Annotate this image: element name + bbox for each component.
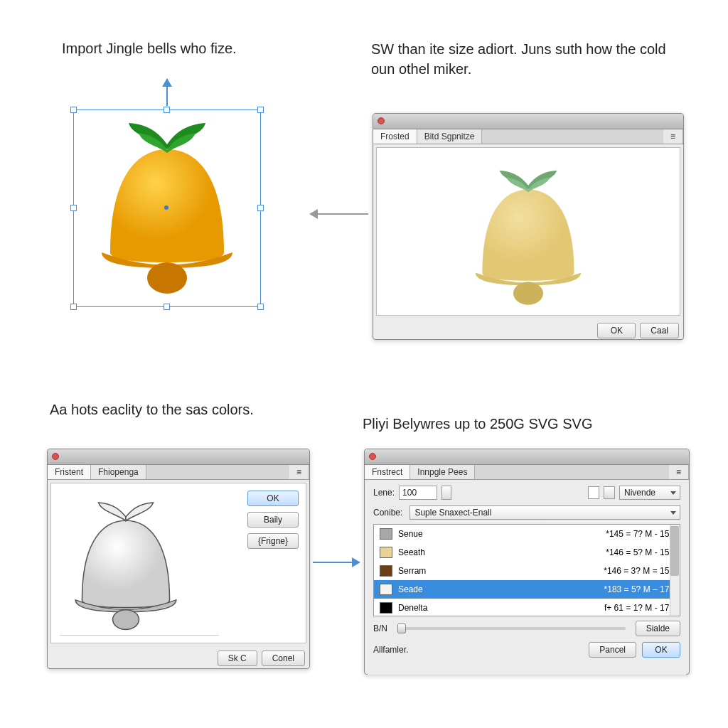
tab-fhiopenga[interactable]: Fhiopenga <box>91 465 146 479</box>
rotate-handle-icon[interactable] <box>166 79 168 106</box>
lene-stepper[interactable] <box>441 486 451 500</box>
sialde-button[interactable]: Sialde <box>636 621 680 636</box>
menu-icon[interactable]: ≡ <box>669 465 689 479</box>
swatch-name: Denelta <box>398 603 599 613</box>
svg-point-2 <box>113 610 139 630</box>
resize-handle-t[interactable] <box>164 107 170 113</box>
selection-center-icon <box>164 205 168 210</box>
lene-label: Lene: <box>373 488 395 498</box>
swatch-name: Seade <box>398 584 599 594</box>
tab-frosted[interactable]: Frosted <box>373 129 417 144</box>
separator <box>60 635 219 636</box>
caption-step3: Aa hots eaclity to the sas colors. <box>50 402 254 418</box>
scrollbar-thumb[interactable] <box>670 526 679 576</box>
close-icon[interactable] <box>378 117 385 124</box>
skc-button[interactable]: Sk C <box>218 651 257 666</box>
close-icon[interactable] <box>369 453 376 460</box>
tab-fristent[interactable]: Fristent <box>48 465 91 479</box>
swatch-icon <box>380 547 392 558</box>
titlebar[interactable] <box>373 114 683 129</box>
slider-knob[interactable] <box>397 623 406 633</box>
tab-innpgle[interactable]: Innpgle Pees <box>410 465 475 479</box>
swatch-value: *145 = 7? M - 152 <box>606 529 674 539</box>
swatch-icon <box>380 602 392 614</box>
flow-arrow-left-icon <box>311 213 368 215</box>
outline-dialog: Fristent Fhiopenga ≡ OK Baily {Frigne} S… <box>47 449 310 669</box>
caption-step2: SW than ite size adiort. Juns suth how t… <box>371 39 670 79</box>
ok-button[interactable]: OK <box>642 642 680 658</box>
resize-handle-b[interactable] <box>164 304 170 310</box>
list-item[interactable]: Seeath*146 = 5? M - 152 <box>374 543 680 562</box>
menu-icon[interactable]: ≡ <box>663 129 683 144</box>
svg-point-1 <box>513 282 543 304</box>
baily-button[interactable]: Baily <box>247 512 299 528</box>
swatch-name: Seeath <box>398 547 600 557</box>
menu-icon[interactable]: ≡ <box>289 465 309 479</box>
swatch-name: Serram <box>398 566 598 576</box>
swatch-icon <box>380 584 392 595</box>
bell-faded-illustration <box>457 158 599 307</box>
swatch-value: *146 = 5? M - 152 <box>606 547 674 557</box>
resize-handle-bl[interactable] <box>70 304 77 310</box>
canvas-selection-box[interactable] <box>73 109 261 307</box>
resize-handle-tr[interactable] <box>257 107 264 113</box>
titlebar[interactable] <box>48 449 309 465</box>
ok-button[interactable]: OK <box>247 491 299 506</box>
allfamler-label: Allfamler. <box>373 645 408 655</box>
scrollbar[interactable] <box>670 525 680 616</box>
swatch-dialog: Fnstrect Innpgle Pees ≡ Lene: 100 Nivend… <box>364 449 690 675</box>
list-item-selected[interactable]: Seade*183 = 5? M – 173 <box>374 580 680 599</box>
swatch-icon <box>380 528 392 540</box>
nivende-dropdown[interactable]: Nivende <box>619 486 680 500</box>
swatch-value: *183 = 5? M – 173 <box>604 584 674 594</box>
list-item[interactable]: Senue*145 = 7? M - 152 <box>374 525 680 543</box>
conibe-dropdown[interactable]: Suple Snaxect-Enall <box>410 505 680 520</box>
close-icon[interactable] <box>52 453 59 460</box>
preview-dialog: Frosted Bitd Sgpnitze ≡ OK Caal <box>373 113 684 340</box>
lene-input[interactable]: 100 <box>399 486 437 500</box>
resize-handle-br[interactable] <box>257 304 264 310</box>
outline-canvas: OK Baily {Frigne} <box>50 483 306 643</box>
pancel-button[interactable]: Pancel <box>589 642 636 658</box>
swatch-icon <box>380 565 392 577</box>
tab-fnstrect[interactable]: Fnstrect <box>365 465 410 479</box>
caption-step4: Pliyi Belywres up to 250G SVG SVG <box>363 416 592 432</box>
cancel-button[interactable]: Caal <box>640 323 679 338</box>
conel-button[interactable]: Conel <box>262 651 305 666</box>
list-item[interactable]: Serram*146 = 3? M = 152 <box>374 562 680 580</box>
swatch-list[interactable]: Senue*145 = 7? M - 152 Seeath*146 = 5? M… <box>373 524 680 616</box>
page-icon[interactable] <box>588 486 599 499</box>
flow-arrow-right-icon <box>313 562 358 563</box>
tab-bitd[interactable]: Bitd Sgpnitze <box>417 129 483 144</box>
bell-color-illustration <box>82 110 252 295</box>
chevron-down-icon[interactable] <box>604 486 615 499</box>
list-item[interactable]: Deneltaf+ 61 = 1? M - 172 <box>374 599 680 616</box>
bn-slider[interactable] <box>397 627 626 630</box>
bell-outline-illustration <box>58 491 193 633</box>
preview-canvas <box>376 147 680 316</box>
svg-point-0 <box>147 262 187 294</box>
swatch-name: Senue <box>398 529 600 539</box>
frigne-button[interactable]: {Frigne} <box>247 533 299 549</box>
swatch-value: *146 = 3? M = 152 <box>604 566 674 576</box>
conibe-label: Conibe: <box>373 508 402 518</box>
swatch-value: f+ 61 = 1? M - 172 <box>604 603 674 613</box>
ok-button[interactable]: OK <box>597 323 636 338</box>
bn-label: B/N <box>373 623 387 633</box>
caption-step1: Import Jingle bells who fize. <box>62 41 237 57</box>
resize-handle-tl[interactable] <box>70 107 77 113</box>
resize-handle-r[interactable] <box>257 205 264 211</box>
titlebar[interactable] <box>365 449 689 465</box>
resize-handle-l[interactable] <box>70 205 77 211</box>
